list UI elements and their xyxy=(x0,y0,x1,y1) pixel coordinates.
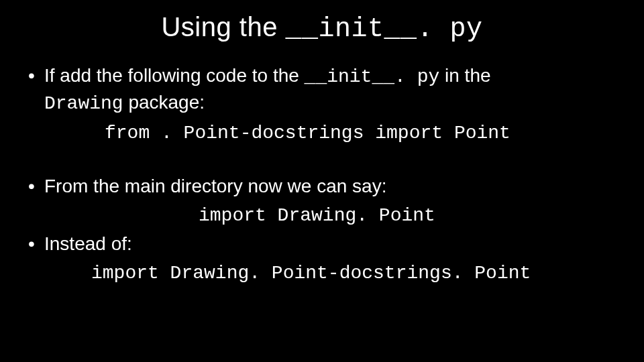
bullet-1-code-1: __init__. py xyxy=(305,66,440,87)
bullet-1-text-3: package: xyxy=(123,92,205,113)
bullet-3-text: Instead of: xyxy=(44,233,132,254)
slide: Using the __init__. py If add the follow… xyxy=(0,0,644,362)
bullet-1-code-2: Drawing xyxy=(44,93,123,114)
code-line-3: import Drawing. Point-docstrings. Point xyxy=(44,261,531,286)
bullet-3: Instead of: xyxy=(27,231,617,257)
slide-body: If add the following code to the __init_… xyxy=(27,63,617,286)
bullet-1: If add the following code to the __init_… xyxy=(27,63,617,117)
code-line-2-wrapper: import Drawing. Point xyxy=(27,202,617,229)
bullet-1-text-2: in the xyxy=(439,65,490,86)
code-line-1-wrapper: from . Point-docstrings import Point xyxy=(27,119,617,146)
slide-title: Using the __init__. py xyxy=(27,12,617,44)
bullet-1-text-1: If add the following code to the xyxy=(44,65,305,86)
code-line-3-wrapper: import Drawing. Point-docstrings. Point xyxy=(27,259,617,286)
title-prefix: Using the xyxy=(161,12,285,42)
spacer-1 xyxy=(27,148,617,171)
bullet-2-text: From the main directory now we can say: xyxy=(44,176,386,196)
bullet-2: From the main directory now we can say: xyxy=(27,174,617,199)
code-line-1: from . Point-docstrings import Point xyxy=(44,121,511,146)
code-line-2: import Drawing. Point xyxy=(44,203,435,229)
title-code: __init__. py xyxy=(286,14,483,44)
